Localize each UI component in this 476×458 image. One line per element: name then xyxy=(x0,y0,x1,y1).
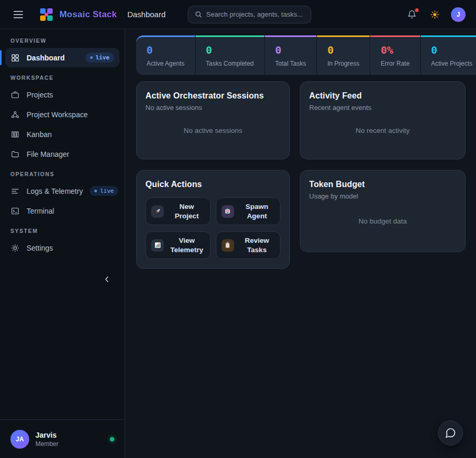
left-column: Active Orchestrator Sessions No active s… xyxy=(136,81,290,269)
kanban-icon xyxy=(10,130,20,139)
stat-value: 0 xyxy=(147,44,185,56)
terminal-icon xyxy=(10,206,20,216)
live-badge: live xyxy=(90,186,119,196)
brand-name: Mosaic Stack xyxy=(59,9,117,20)
sidebar-item-file-manager[interactable]: File Manager xyxy=(5,144,119,164)
stat-label: Tasks Completed xyxy=(206,60,254,67)
sidebar: OVERVIEW Dashboard live WORKSPACE xyxy=(0,29,125,458)
stat-label: Active Projects xyxy=(431,60,472,67)
notification-dot xyxy=(415,8,419,12)
robot-icon xyxy=(222,205,234,218)
user-avatar-button[interactable]: J xyxy=(451,7,466,22)
user-name: Jarvis xyxy=(35,431,104,439)
review-tasks-button[interactable]: Review Tasks xyxy=(216,231,281,259)
sidebar-item-label: Settings xyxy=(27,244,114,252)
card-title: Active Orchestrator Sessions xyxy=(145,91,280,101)
view-telemetry-button[interactable]: View Telemetry xyxy=(145,231,211,259)
sidebar-item-terminal[interactable]: Terminal xyxy=(5,201,119,220)
card-subtitle: Usage by model xyxy=(309,192,456,200)
sidebar-item-label: Terminal xyxy=(27,207,114,215)
quick-actions-grid: New Project xyxy=(145,197,280,259)
quick-actions-card: Quick Actions xyxy=(136,170,290,269)
rocket-icon xyxy=(151,205,164,218)
stat-value: 0 xyxy=(206,44,254,56)
sun-icon xyxy=(430,10,440,19)
sessions-card: Active Orchestrator Sessions No active s… xyxy=(136,81,290,159)
stat-value: 0 xyxy=(327,44,359,56)
sidebar-item-label: Logs & Telemetry xyxy=(27,187,83,195)
spawn-agent-button[interactable]: Spawn Agent xyxy=(216,197,281,225)
gear-icon xyxy=(10,243,20,253)
sidebar-item-kanban[interactable]: Kanban xyxy=(5,125,119,144)
chart-icon xyxy=(151,239,164,252)
sidebar-collapse-button[interactable] xyxy=(101,273,113,286)
stat-label: Total Tasks xyxy=(275,60,306,67)
cards-grid: Active Orchestrator Sessions No active s… xyxy=(136,81,466,269)
stats-row: 0 Active Agents 0 Tasks Completed 0 Tota… xyxy=(136,35,466,75)
briefcase-icon xyxy=(10,90,20,100)
empty-state-text: No active sessions xyxy=(145,112,280,150)
main-content: 0 Active Agents 0 Tasks Completed 0 Tota… xyxy=(125,29,476,458)
card-title: Token Budget xyxy=(309,180,456,189)
mosaic-logo-icon xyxy=(39,7,54,22)
action-label: Review Tasks xyxy=(239,236,275,254)
folder-icon xyxy=(10,150,20,159)
right-column: Activity Feed Recent agent events No rec… xyxy=(300,81,466,252)
card-title: Quick Actions xyxy=(145,180,280,189)
brand[interactable]: Mosaic Stack xyxy=(39,7,117,22)
sidebar-item-label: Dashboard xyxy=(27,54,79,62)
search-icon xyxy=(194,10,202,18)
notifications-button[interactable] xyxy=(405,8,419,21)
top-bar: Mosaic Stack Dashboard xyxy=(0,0,476,29)
sidebar-item-label: File Manager xyxy=(27,150,114,158)
sidebar-item-projects[interactable]: Projects xyxy=(5,85,119,104)
stat-tasks-completed: 0 Tasks Completed xyxy=(196,35,264,75)
sidebar-nav: OVERVIEW Dashboard live WORKSPACE xyxy=(0,29,125,419)
stat-label: Error Rate xyxy=(381,60,409,67)
live-badge: live xyxy=(86,53,115,63)
grid-icon xyxy=(10,53,20,63)
search-box[interactable] xyxy=(188,6,311,23)
action-label: Spawn Agent xyxy=(239,202,275,220)
section-label-operations: OPERATIONS xyxy=(5,171,119,177)
hamburger-icon[interactable] xyxy=(10,8,26,21)
card-subtitle: No active sessions xyxy=(145,104,280,112)
list-icon xyxy=(10,187,20,196)
clipboard-icon xyxy=(222,239,234,252)
stat-value: 0 xyxy=(275,44,306,56)
empty-state-text: No budget data xyxy=(309,200,456,242)
sidebar-item-label: Projects xyxy=(27,91,114,99)
stat-total-tasks: 0 Total Tasks xyxy=(265,35,316,75)
user-meta: Jarvis Member xyxy=(35,431,104,448)
activity-feed-card: Activity Feed Recent agent events No rec… xyxy=(300,81,466,159)
new-project-button[interactable]: New Project xyxy=(145,197,211,225)
stat-in-progress: 0 In Progress xyxy=(317,35,370,75)
header-actions: J xyxy=(405,7,466,22)
sidebar-item-logs-telemetry[interactable]: Logs & Telemetry live xyxy=(5,181,119,201)
stat-value: 0% xyxy=(381,44,409,56)
sidebar-item-dashboard[interactable]: Dashboard live xyxy=(5,48,119,67)
sidebar-item-label: Kanban xyxy=(27,130,114,139)
sidebar-item-settings[interactable]: Settings xyxy=(5,238,119,257)
chat-bubble-icon xyxy=(445,427,456,439)
chat-fab-button[interactable] xyxy=(438,420,463,445)
sidebar-item-label: Project Workspace xyxy=(27,110,114,119)
theme-toggle-button[interactable] xyxy=(428,8,442,21)
section-label-system: SYSTEM xyxy=(5,228,119,234)
stat-active-agents: 0 Active Agents xyxy=(136,35,195,75)
user-card[interactable]: JA Jarvis Member xyxy=(0,419,125,458)
network-icon xyxy=(10,110,20,119)
search-input[interactable] xyxy=(206,10,304,18)
online-status-dot xyxy=(110,437,114,441)
stat-label: In Progress xyxy=(327,60,359,67)
stat-active-projects: 0 Active Projects xyxy=(421,35,476,75)
section-label-workspace: WORKSPACE xyxy=(5,75,119,81)
page-title: Dashboard xyxy=(127,10,165,19)
user-avatar: JA xyxy=(10,430,29,449)
action-label: View Telemetry xyxy=(169,236,205,254)
action-label: New Project xyxy=(169,202,205,220)
card-subtitle: Recent agent events xyxy=(309,104,456,112)
user-role: Member xyxy=(35,440,104,448)
sidebar-item-project-workspace[interactable]: Project Workspace xyxy=(5,105,119,124)
chevron-left-icon xyxy=(103,275,111,283)
